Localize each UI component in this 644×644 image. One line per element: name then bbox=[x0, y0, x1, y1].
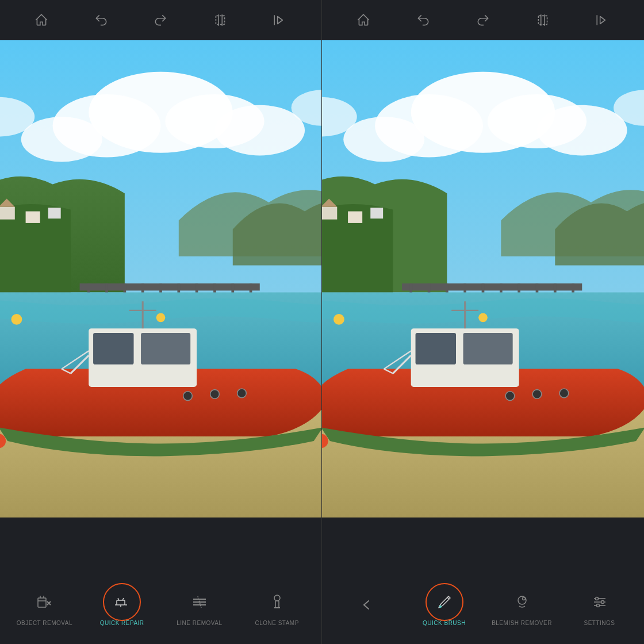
right-bottom-toolbar: QUICK BRUSH BLEMISH REMOVER bbox=[322, 575, 644, 644]
svg-point-100 bbox=[334, 314, 344, 325]
svg-rect-109 bbox=[416, 333, 456, 365]
svg-rect-84 bbox=[322, 207, 337, 220]
quick-brush-icon bbox=[436, 593, 453, 611]
blemish-remover-icon bbox=[513, 593, 531, 611]
object-removal-icon-wrap bbox=[30, 588, 59, 616]
left-image-area bbox=[0, 40, 321, 518]
undo-icon-right[interactable] bbox=[411, 7, 436, 33]
svg-rect-65 bbox=[275, 601, 279, 608]
svg-point-50 bbox=[210, 390, 220, 399]
svg-rect-110 bbox=[463, 333, 513, 365]
share-icon-left[interactable] bbox=[267, 7, 293, 33]
svg-point-51 bbox=[237, 389, 247, 398]
back-icon-wrap bbox=[352, 591, 381, 619]
svg-rect-43 bbox=[141, 333, 190, 365]
svg-point-75 bbox=[537, 105, 627, 156]
share-icon-right[interactable] bbox=[590, 7, 615, 33]
settings-label: SETTINGS bbox=[584, 620, 615, 626]
line-removal-icon-wrap bbox=[185, 588, 214, 616]
home-icon-right[interactable] bbox=[351, 7, 376, 33]
blemish-remover-label: BLEMISH REMOVER bbox=[492, 620, 552, 626]
tool-blemish-remover[interactable]: BLEMISH REMOVER bbox=[490, 588, 554, 626]
svg-point-8 bbox=[214, 105, 305, 156]
svg-point-116 bbox=[505, 392, 515, 401]
line-removal-label: LINE REMOVAL bbox=[177, 620, 222, 626]
svg-rect-0 bbox=[216, 16, 225, 24]
tool-quick-repair[interactable]: QUICK REPAIR bbox=[90, 588, 154, 626]
left-bottom-toolbar: OBJECT REMOVAL QUICK REPAIR bbox=[0, 575, 321, 644]
svg-rect-67 bbox=[538, 16, 547, 24]
svg-rect-87 bbox=[370, 208, 383, 218]
redo-icon-left[interactable] bbox=[148, 7, 173, 33]
svg-point-34 bbox=[156, 313, 166, 323]
undo-icon-left[interactable] bbox=[89, 7, 114, 33]
svg-point-128 bbox=[596, 604, 599, 607]
object-removal-icon bbox=[36, 593, 53, 611]
svg-point-122 bbox=[522, 597, 525, 600]
clone-stamp-icon bbox=[269, 593, 286, 611]
svg-point-120 bbox=[439, 605, 442, 608]
svg-rect-86 bbox=[348, 212, 362, 223]
left-bottom-pad bbox=[0, 518, 321, 575]
left-toolbar bbox=[0, 0, 321, 40]
svg-rect-57 bbox=[117, 600, 125, 605]
main-container: OBJECT REMOVAL QUICK REPAIR bbox=[0, 0, 644, 644]
quick-repair-icon-wrap bbox=[108, 588, 136, 616]
redo-icon-right[interactable] bbox=[470, 7, 496, 33]
settings-icon bbox=[591, 593, 608, 611]
quick-brush-icon-wrap bbox=[430, 588, 459, 616]
tool-quick-brush[interactable]: QUICK BRUSH bbox=[413, 588, 476, 626]
tool-settings[interactable]: SETTINGS bbox=[568, 588, 631, 626]
svg-point-118 bbox=[559, 389, 569, 398]
svg-point-126 bbox=[595, 597, 598, 600]
tool-line-removal[interactable]: LINE REMOVAL bbox=[168, 588, 231, 626]
left-panel: OBJECT REMOVAL QUICK REPAIR bbox=[0, 0, 322, 644]
blemish-remover-icon-wrap bbox=[508, 588, 536, 616]
object-removal-label: OBJECT REMOVAL bbox=[17, 620, 72, 626]
svg-rect-42 bbox=[93, 333, 133, 365]
settings-icon-wrap bbox=[585, 588, 614, 616]
tool-clone-stamp[interactable]: CLONE STAMP bbox=[246, 588, 309, 626]
svg-line-59 bbox=[122, 598, 124, 600]
svg-point-49 bbox=[183, 392, 193, 401]
clone-stamp-label: CLONE STAMP bbox=[255, 620, 298, 626]
right-bottom-pad bbox=[322, 518, 644, 575]
svg-point-7 bbox=[21, 117, 102, 162]
svg-point-127 bbox=[601, 600, 604, 603]
clone-stamp-icon-wrap bbox=[263, 588, 292, 616]
crop-icon-left[interactable] bbox=[208, 7, 233, 33]
right-toolbar bbox=[322, 0, 644, 40]
home-icon-left[interactable] bbox=[29, 7, 54, 33]
svg-rect-53 bbox=[38, 598, 46, 607]
back-icon bbox=[358, 596, 375, 614]
svg-point-64 bbox=[274, 595, 280, 601]
right-panel: QUICK BRUSH BLEMISH REMOVER bbox=[322, 0, 644, 644]
tool-object-removal[interactable]: OBJECT REMOVAL bbox=[13, 588, 76, 626]
crop-icon-right[interactable] bbox=[530, 7, 555, 33]
svg-point-101 bbox=[478, 313, 488, 323]
svg-point-74 bbox=[343, 117, 424, 162]
tool-back[interactable] bbox=[335, 591, 398, 623]
svg-line-58 bbox=[118, 598, 119, 600]
quick-repair-icon bbox=[113, 593, 131, 611]
svg-rect-19 bbox=[26, 212, 40, 223]
right-image-area bbox=[322, 40, 644, 518]
svg-point-33 bbox=[12, 314, 22, 325]
svg-point-117 bbox=[532, 390, 542, 399]
svg-rect-20 bbox=[48, 208, 61, 218]
svg-rect-17 bbox=[0, 207, 15, 220]
line-removal-icon bbox=[191, 593, 208, 611]
